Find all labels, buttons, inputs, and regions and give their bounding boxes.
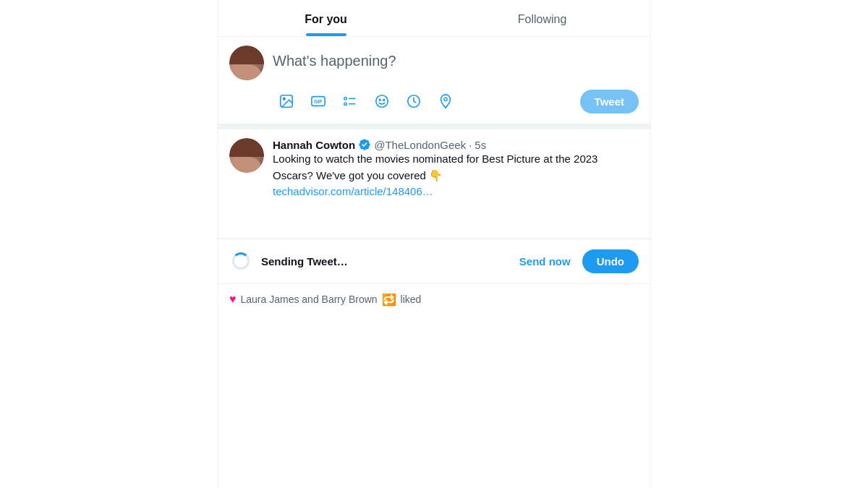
schedule-icon[interactable] (400, 87, 427, 115)
partial-liked-text: Laura James and Barry Brown (241, 294, 378, 305)
compose-icons: GIF (273, 87, 580, 115)
compose-top: What's happening? (229, 46, 639, 80)
svg-point-10 (383, 99, 385, 100)
sending-text: Sending Tweet… (261, 255, 519, 267)
avatar-image (229, 46, 264, 80)
tabs-bar: For you Following (218, 0, 650, 37)
tweet-avatar-image (229, 138, 264, 173)
emoji-icon[interactable] (368, 87, 396, 115)
svg-point-1 (283, 98, 285, 100)
image-icon[interactable] (273, 87, 300, 115)
undo-button[interactable]: Undo (582, 249, 639, 273)
bottom-partial: ♥ Laura James and Barry Brown 🔁 liked (218, 284, 650, 309)
tweet-time: 5s (475, 139, 486, 151)
tab-following[interactable]: Following (434, 0, 650, 36)
tweet-card: Hannah Cowton @TheLondonGeek · 5s Lookin… (218, 129, 650, 239)
tweet-text: Looking to watch the movies nominated fo… (273, 153, 597, 181)
tweet-body: Looking to watch the movies nominated fo… (229, 151, 639, 200)
user-avatar (229, 46, 264, 80)
compose-actions: GIF (229, 80, 639, 118)
tweet-handle: @TheLondonGeek (374, 139, 466, 151)
partial-liked-label: liked (401, 294, 422, 305)
compose-input[interactable]: What's happening? (273, 46, 639, 69)
tweet-author-name: Hannah Cowton (273, 139, 355, 151)
heart-icon: ♥ (229, 293, 237, 306)
spinner-animation (232, 252, 250, 270)
svg-point-14 (444, 98, 448, 101)
svg-point-9 (379, 99, 380, 100)
poll-icon[interactable] (336, 87, 364, 115)
location-icon[interactable] (432, 87, 459, 115)
tweet-link[interactable]: techadvisor.com/article/148406… (273, 185, 433, 197)
gif-icon[interactable]: GIF (305, 87, 332, 115)
send-now-button[interactable]: Send now (519, 255, 571, 267)
tab-for-you-label: For you (305, 13, 347, 25)
sending-bar: Sending Tweet… Send now Undo (218, 239, 650, 284)
tweet-avatar (229, 138, 264, 173)
svg-point-8 (376, 95, 388, 108)
tweet-author-line: Hannah Cowton @TheLondonGeek · 5s (273, 138, 639, 151)
tab-following-label: Following (518, 13, 567, 25)
svg-line-13 (414, 101, 416, 103)
compose-area: What's happening? GIF (218, 37, 650, 129)
feed-container: For you Following What's happening? (217, 0, 651, 488)
tweet-button[interactable]: Tweet (580, 90, 639, 114)
tweet-dot: · (469, 139, 472, 151)
compose-placeholder: What's happening? (273, 53, 396, 69)
sending-spinner (229, 249, 252, 273)
tab-for-you[interactable]: For you (218, 0, 434, 36)
svg-point-5 (344, 103, 347, 106)
verified-icon (358, 138, 371, 151)
retweet-icon: 🔁 (382, 293, 396, 307)
svg-text:GIF: GIF (314, 99, 322, 104)
svg-point-4 (344, 98, 347, 100)
